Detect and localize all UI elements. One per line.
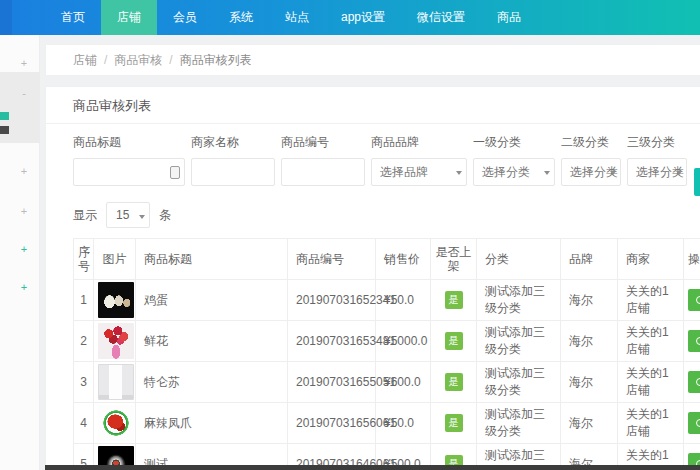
- filter-1: 商家名称: [191, 134, 275, 186]
- nav-item-6[interactable]: 微信设置: [401, 0, 481, 35]
- filter-select-3[interactable]: 选择品牌: [371, 158, 467, 186]
- cell-index: 3: [74, 362, 94, 403]
- cell-image: [94, 403, 136, 444]
- magnifier-icon: [696, 419, 700, 428]
- breadcrumb-segment-0[interactable]: 店铺: [73, 52, 97, 69]
- cell-image: [94, 362, 136, 403]
- audit-button[interactable]: 审核: [688, 289, 700, 311]
- cell-category: 测试添加三级分类: [477, 321, 561, 362]
- filter-label-0: 商品标题: [73, 134, 185, 151]
- sidebar-expand-icon-2[interactable]: +: [18, 165, 30, 177]
- breadcrumb-separator: /: [169, 53, 172, 67]
- cell-brand: 海尔: [561, 362, 618, 403]
- filter-select-5[interactable]: 选择分类: [561, 158, 621, 186]
- filter-input-field-1[interactable]: [192, 159, 274, 185]
- cell-sn: 201907031653481: [288, 321, 376, 362]
- filter-input-field-2[interactable]: [282, 159, 364, 185]
- magnifier-icon: [696, 296, 700, 305]
- page-size-value: 15: [116, 208, 129, 222]
- nav-item-0[interactable]: 首页: [45, 0, 101, 35]
- cell-sn: 201907031655051: [288, 362, 376, 403]
- table-header-row: 序号图片商品标题商品编号销售价是否上架分类品牌商家操作: [74, 239, 700, 280]
- cell-on-shelf: 是: [431, 403, 477, 444]
- page-size-suffix-label: 条: [159, 207, 171, 224]
- sidebar-expand-icon-5[interactable]: +: [18, 281, 30, 293]
- col-header-on-shelf: 是否上架: [431, 239, 477, 280]
- filter-0: 商品标题: [73, 134, 185, 186]
- filter-2: 商品编号: [281, 134, 365, 186]
- panel-card: 商品审核列表 商品标题商家名称商品编号商品品牌选择品牌一级分类选择分类二级分类选…: [45, 86, 700, 470]
- cell-shop: 关关的1店铺: [618, 362, 684, 403]
- sidebar-expand-icon-1[interactable]: -: [18, 87, 30, 99]
- page-size-prefix-label: 显示: [73, 207, 97, 224]
- product-image-milk: [98, 364, 134, 400]
- col-header-sn: 商品编号: [288, 239, 376, 280]
- sidebar-expand-icon-3[interactable]: +: [18, 205, 30, 217]
- filter-bar: 商品标题商家名称商品编号商品品牌选择品牌一级分类选择分类二级分类选择分类三级分类…: [46, 124, 700, 186]
- product-audit-table: 序号图片商品标题商品编号销售价是否上架分类品牌商家操作1鸡蛋2019070316…: [73, 238, 700, 470]
- col-header-actions: 操作: [684, 239, 700, 280]
- filter-label-2: 商品编号: [281, 134, 365, 151]
- cell-actions: 审核: [684, 321, 700, 362]
- product-image-eggs: [98, 282, 134, 318]
- chevron-down-icon: [139, 215, 145, 219]
- filter-select-6[interactable]: 选择分类: [627, 158, 687, 186]
- cell-title: 麻辣凤爪: [136, 403, 288, 444]
- audit-button[interactable]: 审核: [688, 412, 700, 434]
- nav-item-2[interactable]: 会员: [157, 0, 213, 35]
- chevron-down-icon: [610, 171, 616, 175]
- col-header-title: 商品标题: [136, 239, 288, 280]
- filter-6: 三级分类选择分类: [627, 134, 687, 186]
- cell-sn: 201907031652341: [288, 280, 376, 321]
- on-shelf-badge: 是: [445, 414, 463, 432]
- table-row: 2鲜花201907031653481¥5000.0是测试添加三级分类海尔关关的1…: [74, 321, 700, 362]
- filter-input-1: [191, 158, 275, 186]
- sidebar-active-group[interactable]: [0, 72, 40, 143]
- breadcrumb-segment-2: 商品审核列表: [180, 52, 252, 69]
- cell-brand: 海尔: [561, 321, 618, 362]
- top-navbar: 首页店铺会员系统站点app设置微信设置商品: [0, 0, 700, 35]
- audit-button[interactable]: 审核: [688, 371, 700, 393]
- breadcrumb: 店铺/商品审核/商品审核列表: [45, 44, 700, 76]
- nav-item-7[interactable]: 商品: [481, 0, 537, 35]
- magnifier-icon: [696, 378, 700, 387]
- col-header-index: 序号: [74, 239, 94, 280]
- table-row: 1鸡蛋201907031652341¥50.0是测试添加三级分类海尔关关的1店铺…: [74, 280, 700, 321]
- search-button[interactable]: [694, 168, 700, 196]
- filter-input-field-0[interactable]: [74, 159, 184, 185]
- filter-input-0: [73, 158, 185, 186]
- cell-title: 鲜花: [136, 321, 288, 362]
- product-image-claws: [98, 405, 134, 441]
- filter-select-value-4: 选择分类: [482, 165, 530, 179]
- chevron-down-icon: [544, 171, 550, 175]
- cell-shop: 关关的1店铺: [618, 280, 684, 321]
- filter-select-value-3: 选择品牌: [380, 165, 428, 179]
- magnifier-icon: [696, 337, 700, 346]
- sidebar-expand-icon-4[interactable]: +: [18, 243, 30, 255]
- cell-category: 测试添加三级分类: [477, 362, 561, 403]
- nav-item-5[interactable]: app设置: [325, 0, 401, 35]
- nav-item-3[interactable]: 系统: [213, 0, 269, 35]
- filter-label-3: 商品品牌: [371, 134, 467, 151]
- col-header-image: 图片: [94, 239, 136, 280]
- filter-select-4[interactable]: 选择分类: [473, 158, 555, 186]
- col-header-price: 销售价: [376, 239, 431, 280]
- cell-actions: 审核: [684, 280, 700, 321]
- cell-index: 2: [74, 321, 94, 362]
- logo-strip: [0, 0, 12, 35]
- page-size-select[interactable]: 15: [106, 202, 150, 228]
- audit-button[interactable]: 审核: [688, 330, 700, 352]
- horizontal-scrollbar[interactable]: [45, 465, 700, 470]
- table-row: 3特仑苏201907031655051¥600.0是测试添加三级分类海尔关关的1…: [74, 362, 700, 403]
- nav-item-1[interactable]: 店铺: [101, 0, 157, 35]
- filter-label-6: 三级分类: [627, 134, 687, 151]
- cell-index: 1: [74, 280, 94, 321]
- nav-item-4[interactable]: 站点: [269, 0, 325, 35]
- filter-label-1: 商家名称: [191, 134, 275, 151]
- cell-price: ¥600.0: [376, 362, 431, 403]
- sidebar-expand-icon-0[interactable]: +: [18, 57, 30, 69]
- cell-category: 测试添加三级分类: [477, 280, 561, 321]
- page-title: 商品审核列表: [46, 87, 700, 124]
- breadcrumb-segment-1[interactable]: 商品审核: [114, 52, 162, 69]
- on-shelf-badge: 是: [445, 332, 463, 350]
